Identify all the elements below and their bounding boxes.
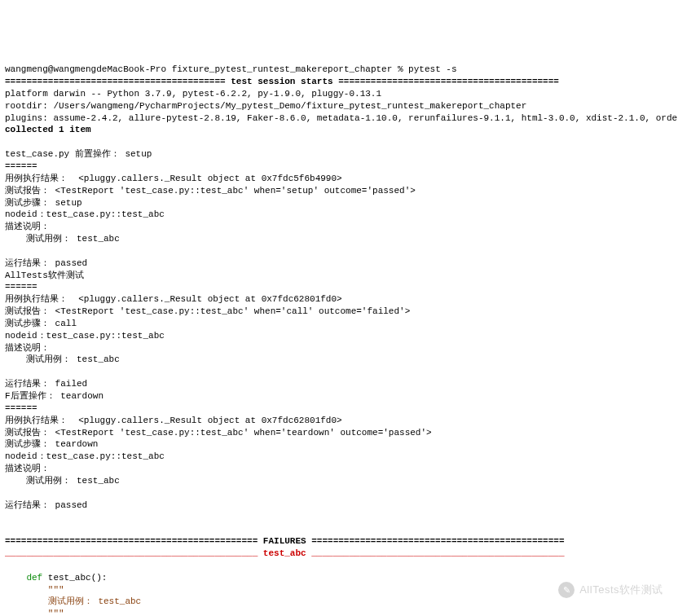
- block-0-extra: AllTests软件测试: [5, 271, 84, 280]
- block-2-nodeid: nodeid：test_case.py::test_abc: [5, 451, 165, 461]
- code-doc-body: 测试用例： test_abc: [5, 596, 141, 606]
- block-2-report: 测试报告： <TestReport 'test_case.py::test_ab…: [5, 428, 432, 438]
- block-1-nodeid: nodeid：test_case.py::test_abc: [5, 331, 165, 341]
- block-1-run-result: 运行结果： failed: [5, 379, 87, 389]
- block-0-step: 测试步骤： setup: [5, 198, 82, 208]
- separator: ======: [5, 161, 37, 171]
- session-rootdir: rootdir: /Users/wangmeng/PycharmProjects…: [5, 101, 526, 111]
- block-1-desc: 描述说明：: [5, 343, 50, 353]
- session-collected: collected 1 item: [5, 125, 91, 134]
- block-2-result: 用例执行结果： <pluggy.callers._Result object a…: [5, 416, 342, 425]
- block-1-result: 用例执行结果： <pluggy.callers._Result object a…: [5, 294, 342, 304]
- failures-subheader: ________________________________________…: [5, 548, 565, 558]
- block-0-desc: 描述说明：: [5, 222, 50, 231]
- block-1-extra: F后置操作： teardown: [5, 391, 103, 401]
- session-header: ========================================…: [5, 77, 559, 86]
- code-def-name: test_abc: [42, 573, 90, 583]
- session-platform: platform darwin -- Python 3.7.9, pytest-…: [5, 89, 381, 99]
- code-def-kw: def: [26, 573, 42, 583]
- separator: ======: [5, 282, 37, 292]
- code-def-paren: ():: [91, 573, 108, 583]
- code-doc-close: """: [5, 609, 64, 616]
- block-1-report: 测试报告： <TestReport 'test_case.py::test_ab…: [5, 306, 410, 316]
- terminal-output: wangmeng@wangmengdeMacBook-Pro fixture_p…: [5, 51, 673, 616]
- block-0-nodeid: nodeid：test_case.py::test_abc: [5, 209, 165, 219]
- session-plugins: plugins: assume-2.4.2, allure-pytest-2.8…: [5, 113, 678, 123]
- block-0-case: 测试用例： test_abc: [5, 234, 120, 244]
- block-2-run-result: 运行结果： passed: [5, 500, 87, 510]
- block-0-result: 用例执行结果： <pluggy.callers._Result object a…: [5, 174, 342, 183]
- block-0-report: 测试报告： <TestReport 'test_case.py::test_ab…: [5, 186, 416, 196]
- block-0-run-result: 运行结果： passed: [5, 258, 87, 268]
- block-2-step: 测试步骤： teardown: [5, 439, 98, 449]
- block-2-desc: 描述说明：: [5, 464, 50, 473]
- block-2-case: 测试用例： test_abc: [5, 476, 120, 486]
- pre-setup-line: test_case.py 前置操作： setup: [5, 149, 152, 159]
- block-1-step: 测试步骤： call: [5, 319, 77, 328]
- failures-header: ========================================…: [5, 536, 565, 546]
- separator: ======: [5, 403, 37, 413]
- shell-prompt: wangmeng@wangmengdeMacBook-Pro fixture_p…: [5, 64, 457, 74]
- code-doc-open: """: [5, 585, 64, 595]
- block-1-case: 测试用例： test_abc: [5, 354, 120, 364]
